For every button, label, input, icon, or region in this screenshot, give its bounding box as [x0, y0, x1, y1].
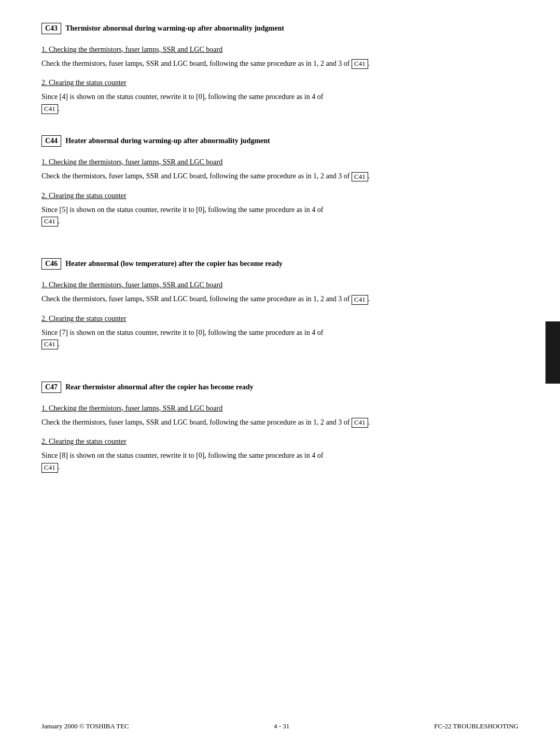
subsection-c43-1: 1. Checking the thermistors, fuser lamps…	[41, 46, 477, 69]
subsection-c47-1-heading: 1. Checking the thermistors, fuser lamps…	[41, 404, 477, 413]
subsection-c44-2: 2. Clearing the status counter Since [5]…	[41, 192, 477, 228]
tab-marker	[545, 321, 560, 384]
subsection-c44-1-heading: 1. Checking the thermistors, fuser lamps…	[41, 158, 477, 166]
title-c44: Heater abnormal during warming-up after …	[65, 137, 270, 145]
section-c47-header: C47 Rear thermistor abnormal after the c…	[41, 379, 477, 395]
section-c44: C44 Heater abnormal during warming-up af…	[41, 133, 477, 227]
footer-center: 4 - 31	[274, 722, 289, 730]
section-c43-header: C43 Thermistor abnormal during warming-u…	[41, 21, 477, 36]
code-c44: C44	[41, 135, 61, 147]
subsection-c44-1-body: Check the thermistors, fuser lamps, SSR …	[41, 171, 477, 182]
ref-c41-c46-2: C41	[41, 340, 58, 349]
title-c47: Rear thermistor abnormal after the copie…	[65, 383, 254, 391]
subsection-c46-2: 2. Clearing the status counter Since [7]…	[41, 315, 477, 350]
subsection-c44-1: 1. Checking the thermistors, fuser lamps…	[41, 158, 477, 182]
footer-right: FC-22 TROUBLESHOOTING	[434, 722, 519, 730]
subsection-c44-2-heading: 2. Clearing the status counter	[41, 192, 477, 200]
ref-c41-c44-1: C41	[352, 172, 368, 182]
title-c43: Thermistor abnormal during warming-up af…	[65, 24, 284, 33]
footer-left: January 2000 © TOSHIBA TEC	[41, 722, 129, 730]
section-c47: C47 Rear thermistor abnormal after the c…	[41, 379, 477, 473]
ref-c41-c47-1: C41	[352, 418, 368, 428]
subsection-c46-1: 1. Checking the thermistors, fuser lamps…	[41, 281, 477, 305]
section-c44-header: C44 Heater abnormal during warming-up af…	[41, 133, 477, 149]
subsection-c46-1-body: Check the thermistors, fuser lamps, SSR …	[41, 293, 477, 305]
ref-c41-c47-2: C41	[41, 463, 58, 473]
subsection-c44-2-body: Since [5] is shown on the status counter…	[41, 204, 477, 228]
subsection-c47-1-body: Check the thermistors, fuser lamps, SSR …	[41, 417, 477, 428]
subsection-c47-2: 2. Clearing the status counter Since [8]…	[41, 438, 477, 473]
title-c46: Heater abnormal (low temperature) after …	[65, 260, 283, 268]
section-c43: C43 Thermistor abnormal during warming-u…	[41, 21, 477, 115]
ref-c41-c46-1: C41	[352, 295, 368, 305]
subsection-c46-2-body: Since [7] is shown on the status counter…	[41, 327, 477, 350]
code-c47: C47	[41, 382, 61, 393]
subsection-c43-1-heading: 1. Checking the thermistors, fuser lamps…	[41, 46, 477, 54]
page-content: C43 Thermistor abnormal during warming-u…	[0, 0, 519, 523]
subsection-c46-2-heading: 2. Clearing the status counter	[41, 315, 477, 323]
subsection-c47-2-heading: 2. Clearing the status counter	[41, 438, 477, 446]
section-c46: C46 Heater abnormal (low temperature) af…	[41, 256, 477, 350]
ref-c41-c44-2: C41	[41, 217, 58, 227]
subsection-c47-1: 1. Checking the thermistors, fuser lamps…	[41, 404, 477, 428]
ref-c41-c43-2: C41	[41, 104, 58, 114]
subsection-c46-1-heading: 1. Checking the thermistors, fuser lamps…	[41, 281, 477, 289]
section-c46-header: C46 Heater abnormal (low temperature) af…	[41, 256, 477, 272]
subsection-c47-2-body: Since [8] is shown on the status counter…	[41, 450, 477, 473]
subsection-c43-2-heading: 2. Clearing the status counter	[41, 79, 477, 87]
ref-c41-c43-1: C41	[352, 59, 368, 69]
subsection-c43-2: 2. Clearing the status counter Since [4]…	[41, 79, 477, 115]
code-c46: C46	[41, 258, 61, 270]
code-c43: C43	[41, 23, 61, 34]
page-footer: January 2000 © TOSHIBA TEC 4 - 31 FC-22 …	[41, 722, 519, 730]
subsection-c43-2-body: Since [4] is shown on the status counter…	[41, 91, 477, 115]
subsection-c43-1-body: Check the thermistors, fuser lamps, SSR …	[41, 58, 477, 69]
